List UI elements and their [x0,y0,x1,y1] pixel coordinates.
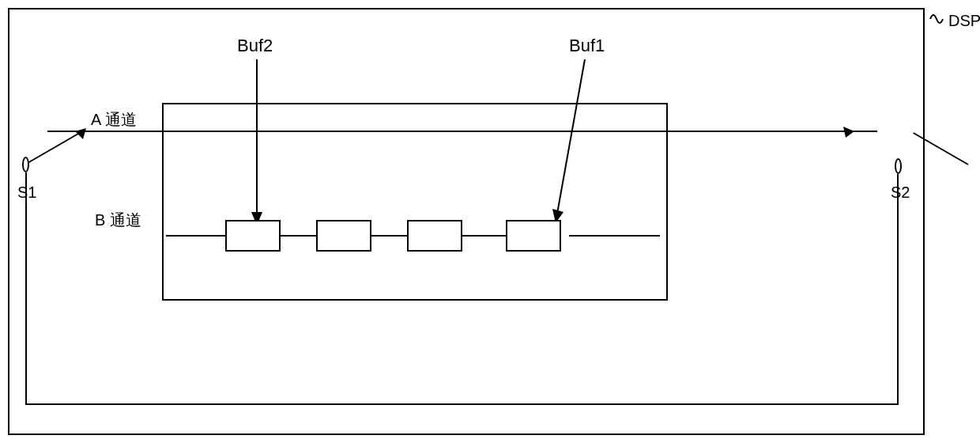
svg-marker-5 [843,127,854,138]
sine-icon [929,8,946,25]
buffer-connector [281,235,316,237]
s1-terminal-icon [22,157,29,172]
svg-marker-4 [75,128,86,139]
s2-arrowhead-icon [839,125,854,141]
bottom-wire-right [897,174,899,404]
buf1-label: Buf1 [569,36,605,56]
b-channel-line-left [166,235,225,237]
bottom-wire-left [25,172,27,404]
buffer-connector [462,235,506,237]
s1-label: S1 [17,184,36,202]
buf2-label: Buf2 [237,36,273,56]
a-channel-label: A 通道 [91,109,137,131]
s1-arrowhead-icon [75,127,91,142]
buffer-box [225,220,281,252]
s2-label: S2 [891,184,910,202]
inner-frame [162,103,668,301]
b-channel-line-right [569,235,660,237]
buffer-box [506,220,561,252]
s2-terminal-icon [895,158,902,174]
b-channel-label: B 通道 [95,210,141,231]
buffer-box [407,220,462,252]
dsp-label: DSP [948,12,980,30]
buffer-connector [371,235,407,237]
buffer-box [316,220,371,252]
bottom-wire-horizontal [25,403,899,405]
a-channel-line [47,131,877,132]
